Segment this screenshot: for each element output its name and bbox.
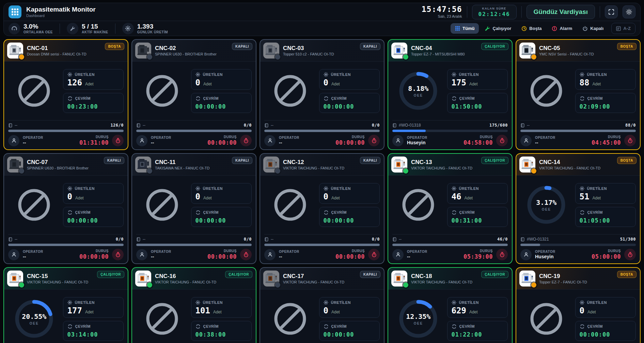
downtime-stopwatch-button[interactable]: [240, 135, 252, 146]
work-order-icon: [264, 123, 269, 128]
refresh-icon: [452, 210, 457, 215]
cycle-value: 00:00:00: [324, 217, 375, 224]
downtime-stopwatch-button[interactable]: [112, 249, 124, 260]
fullscreen-button[interactable]: [605, 5, 618, 18]
produced-value: 126: [67, 79, 82, 87]
cycle-stat-box: ÇEVRİM 00:00:00: [319, 321, 380, 341]
downtime-stopwatch-button[interactable]: [496, 249, 508, 260]
kpi-ortalama-oee: 3.0%ORTALAMA OEE: [9, 23, 53, 34]
stopwatch-icon: [243, 252, 249, 258]
machine-card-cnc-14[interactable]: CNC-14 VIKTOR TAICHUNG - FANUC OI-TD BOŞ…: [516, 153, 641, 264]
operator-name: Huseyin: [407, 140, 427, 145]
filter-chip-bo-ta[interactable]: Boşta: [517, 23, 546, 34]
cycle-label: ÇEVRİM: [587, 324, 603, 328]
downtime-stopwatch-button[interactable]: [624, 249, 636, 260]
cycle-label: ÇEVRİM: [75, 324, 91, 328]
machine-card-cnc-12[interactable]: CNC-12 VIKTOR TAICHUNG - FANUC OI-TD KAP…: [260, 153, 384, 264]
shift-button[interactable]: Gündüz Vardiyası: [527, 5, 595, 19]
person-icon: [139, 252, 145, 257]
stopwatch-icon: [115, 252, 121, 258]
downtime-label: DURUŞ: [79, 135, 109, 139]
oee-visual: [392, 187, 444, 223]
filter-chip--al-yor[interactable]: Çalışıyor: [480, 23, 516, 34]
refresh-icon: [324, 324, 329, 329]
downtime-stopwatch-button[interactable]: [240, 249, 252, 260]
status-badge: KAPALI: [360, 43, 380, 50]
produced-label: ÜRETİLEN: [587, 186, 607, 191]
downtime-stopwatch-button[interactable]: [368, 249, 380, 260]
sort-az-button[interactable]: A-Z: [611, 23, 635, 34]
machine-card-header: CNC-02 SPINNER U630 - BROTHER Brother KA…: [132, 40, 256, 62]
operator-avatar: [392, 135, 404, 146]
machine-card-cnc-17[interactable]: CNC-17 VIKTOR TAICHUNG - FANUC OI-TD KAP…: [260, 267, 384, 343]
cycle-stat-box: ÇEVRİM 00:00:00: [319, 207, 380, 227]
machine-card-cnc-01[interactable]: CNC-01 Doosan DNM serisi - FANUC OI-TD B…: [3, 39, 128, 150]
filter-chip-t-m-[interactable]: Tümü: [451, 23, 479, 34]
oee-visual: [8, 73, 60, 109]
machine-card-cnc-19[interactable]: CNC-19 Topper EZ-7 - FANUC OI-TD BOŞTA Ü…: [516, 267, 641, 343]
refresh-icon: [452, 96, 457, 101]
oee-visual: [520, 301, 572, 337]
downtime-stopwatch-button[interactable]: [112, 135, 124, 146]
machine-card-cnc-15[interactable]: CNC-15 VIKTOR TAICHUNG - FANUC OI-TD ÇAL…: [3, 267, 128, 343]
machine-name: CNC-03: [283, 45, 334, 52]
operator-name: --: [279, 254, 299, 259]
machine-card-cnc-13[interactable]: CNC-13 VIKTOR TAICHUNG - FANUC OI-TD ÇAL…: [388, 153, 513, 264]
cycle-label: ÇEVRİM: [331, 96, 347, 100]
filter-chip-alarm[interactable]: Alarm: [547, 23, 577, 34]
downtime-stopwatch-button[interactable]: [496, 135, 508, 146]
work-order-value: --: [15, 237, 17, 242]
machine-image: [7, 43, 23, 59]
downtime-label: DURUŞ: [335, 249, 365, 253]
machine-card-cnc-04[interactable]: CNC-04 Topper EZ-7 - MITSUBISHI M80 ÇALI…: [388, 39, 513, 150]
cycle-stat-box: ÇEVRİM 01:22:00: [447, 321, 508, 341]
status-badge: ÇALIŞIYOR: [481, 157, 508, 164]
machine-image: [519, 43, 535, 59]
operator-name: --: [151, 140, 171, 145]
machine-card-body: ÜRETİLEN 0 Adet ÇEVRİM: [260, 62, 384, 120]
filter-chip-kapal-[interactable]: Kapalı: [578, 23, 608, 34]
status-dot: [147, 168, 152, 174]
machine-card-cnc-07[interactable]: CNC-07 SPINNER U630 - BROTHER Brother KA…: [3, 153, 128, 264]
stopwatch-icon: [499, 252, 505, 258]
machine-card-cnc-18[interactable]: CNC-18 VIKTOR TAICHUNG - FANUC OI-TD ÇAL…: [388, 267, 513, 343]
machine-name: CNC-01: [27, 45, 87, 52]
work-order-icon: [8, 237, 13, 242]
machine-card-cnc-05[interactable]: CNC-05 YMC NSV Serisi - FANUC OI-TD BOŞT…: [516, 39, 641, 150]
machine-card-body: ÜRETİLEN 0 Adet ÇEVRİM: [260, 176, 384, 234]
sun-icon: [626, 9, 632, 15]
work-order-progress-bar: [264, 244, 380, 246]
stopwatch-icon: [371, 252, 377, 258]
downtime-stopwatch-button[interactable]: [624, 135, 636, 146]
oee-caption: OEE: [414, 322, 423, 325]
produced-unit: Adet: [213, 310, 222, 314]
work-order-progress-bar: [520, 130, 636, 132]
machine-card-cnc-02[interactable]: CNC-02 SPINNER U630 - BROTHER Brother KA…: [131, 39, 256, 150]
downtime-label: DURUŞ: [592, 135, 621, 139]
produced-stat-box: ÜRETİLEN 0 Adet: [319, 69, 380, 90]
alert-icon: [552, 26, 557, 31]
fullscreen-icon: [608, 9, 614, 15]
work-order-value: --: [271, 123, 273, 128]
machine-image: [263, 43, 279, 59]
filter-chip-label: Tümü: [462, 26, 474, 31]
work-order-icon: [8, 123, 13, 128]
downtime-stopwatch-button[interactable]: [368, 135, 380, 146]
produced-value: 88: [580, 79, 590, 87]
theme-toggle-button[interactable]: [623, 5, 635, 18]
no-data-icon: [144, 301, 180, 337]
produced-label: ÜRETİLEN: [587, 72, 607, 77]
produced-value: 46: [452, 193, 461, 201]
status-dot: [403, 282, 408, 288]
gear-icon: [195, 72, 200, 77]
status-badge: KAPALI: [360, 157, 380, 164]
machine-card-cnc-16[interactable]: CNC-16 VIKTOR TAICHUNG - FANUC OI-TD ÇAL…: [131, 267, 256, 343]
machine-card-cnc-11[interactable]: CNC-11 TAKISAWA NEX - FANUC OI-TD KAPALI…: [131, 153, 256, 264]
machine-name: CNC-15: [27, 273, 88, 280]
filter-chip-label: Alarm: [560, 26, 572, 31]
machine-image: [519, 271, 535, 287]
operator-label: OPERATOR: [535, 250, 555, 254]
person-icon: [11, 138, 17, 143]
downtime-value: 00:00:00: [335, 139, 365, 146]
machine-card-cnc-03[interactable]: CNC-03 Topper 510 c2 - FANUC OI-TD KAPAL…: [260, 39, 384, 150]
